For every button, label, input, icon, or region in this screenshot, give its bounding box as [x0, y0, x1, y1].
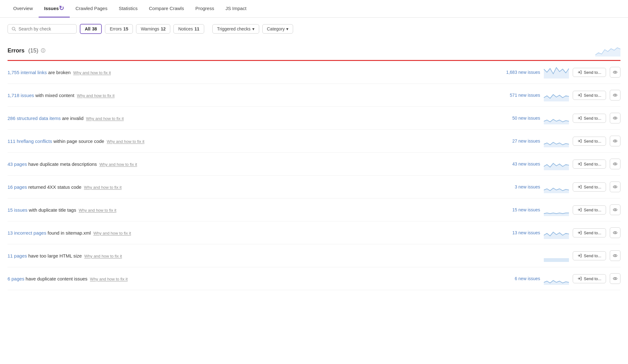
- new-issues-badge-3: 27 new issues: [499, 139, 540, 144]
- svg-point-17: [614, 163, 616, 165]
- triggered-checks-button[interactable]: Triggered checks ▾: [212, 24, 259, 34]
- eye-button-8[interactable]: [610, 250, 620, 261]
- eye-button-0[interactable]: [610, 67, 620, 78]
- send-to-button-3[interactable]: Send to...: [573, 137, 606, 146]
- issue-link-6[interactable]: 15 issues: [8, 207, 27, 213]
- issue-link-9[interactable]: 6 pages: [8, 276, 24, 281]
- send-to-button-0[interactable]: Send to...: [573, 68, 606, 77]
- issue-link-3[interactable]: 111 hreflang conflicts: [8, 139, 52, 144]
- send-to-button-6[interactable]: Send to...: [573, 205, 606, 215]
- table-row: 111 hreflang conflicts within page sourc…: [8, 130, 620, 153]
- svg-point-8: [614, 95, 616, 96]
- issues-list: 1,755 internal links are brokenWhy and h…: [8, 61, 620, 290]
- table-row: 43 pages have duplicate meta description…: [8, 153, 620, 176]
- sparkline-1: [544, 89, 569, 101]
- eye-icon: [613, 253, 618, 258]
- why-link-2[interactable]: Why and how to fix it: [86, 116, 124, 121]
- eye-icon: [613, 184, 618, 189]
- issue-link-7[interactable]: 13 incorrect pages: [8, 230, 46, 236]
- top-navigation: Overview Issues ↺ Crawled Pages Statisti…: [0, 0, 628, 18]
- table-row: 16 pages returned 4XX status codeWhy and…: [8, 176, 620, 198]
- eye-button-3[interactable]: [610, 136, 620, 146]
- eye-button-2[interactable]: [610, 113, 620, 123]
- issue-text-2: 286 structured data items are invalidWhy…: [8, 116, 495, 121]
- why-link-7[interactable]: Why and how to fix it: [93, 231, 131, 236]
- svg-point-20: [614, 186, 616, 187]
- issue-link-0[interactable]: 1,755 internal links: [8, 70, 47, 75]
- share-icon: [577, 185, 582, 189]
- why-link-9[interactable]: Why and how to fix it: [90, 277, 128, 281]
- issue-link-5[interactable]: 16 pages: [8, 184, 27, 190]
- send-to-button-4[interactable]: Send to...: [573, 160, 606, 169]
- share-icon: [577, 162, 582, 166]
- table-row: 11 pages have too large HTML sizeWhy and…: [8, 244, 620, 267]
- refresh-icon: ↺: [59, 4, 64, 12]
- chevron-down-icon: ▾: [286, 26, 288, 31]
- filter-warnings-button[interactable]: Warnings 12: [136, 24, 170, 34]
- new-issues-badge-6: 15 new issues: [499, 207, 540, 212]
- sparkline-2: [544, 112, 569, 124]
- svg-line-1: [15, 30, 16, 31]
- new-issues-badge-0: 1,683 new issues: [499, 70, 540, 75]
- issue-link-4[interactable]: 43 pages: [8, 161, 27, 167]
- issue-text-1: 1,718 issues with mixed contentWhy and h…: [8, 93, 495, 98]
- why-link-6[interactable]: Why and how to fix it: [79, 208, 116, 213]
- issue-text-9: 6 pages have duplicate content issuesWhy…: [8, 276, 495, 281]
- table-row: 1,718 issues with mixed contentWhy and h…: [8, 84, 620, 107]
- why-link-0[interactable]: Why and how to fix it: [73, 70, 111, 75]
- issue-link-8[interactable]: 11 pages: [8, 253, 27, 258]
- issue-text-3: 111 hreflang conflicts within page sourc…: [8, 139, 495, 144]
- send-to-button-9[interactable]: Send to...: [573, 274, 606, 283]
- sparkline-7: [544, 226, 569, 239]
- svg-point-29: [614, 255, 616, 256]
- search-box[interactable]: [8, 24, 77, 34]
- sparkline-0: [544, 66, 569, 79]
- table-row: 15 issues with duplicate title tagsWhy a…: [8, 198, 620, 221]
- eye-button-7[interactable]: [610, 227, 620, 238]
- issue-link-1[interactable]: 1,718 issues: [8, 93, 34, 98]
- filter-errors-button[interactable]: Errors 15: [105, 24, 133, 34]
- filter-all-button[interactable]: All 38: [80, 24, 102, 34]
- send-to-button-5[interactable]: Send to...: [573, 182, 606, 192]
- tab-progress[interactable]: Progress: [190, 0, 220, 18]
- tab-compare-crawls[interactable]: Compare Crawls: [143, 0, 190, 18]
- new-issues-badge-2: 50 new issues: [499, 116, 540, 121]
- issue-link-2[interactable]: 286 structured data items: [8, 116, 61, 121]
- eye-icon: [613, 161, 618, 166]
- issue-text-7: 13 incorrect pages found in sitemap.xmlW…: [8, 230, 495, 236]
- filter-notices-button[interactable]: Notices 11: [173, 24, 204, 34]
- info-icon[interactable]: ⓘ: [41, 48, 45, 54]
- why-link-1[interactable]: Why and how to fix it: [77, 93, 115, 98]
- svg-marker-24: [544, 232, 569, 239]
- tab-js-impact[interactable]: JS Impact: [220, 0, 252, 18]
- tab-issues[interactable]: Issues ↺: [39, 0, 70, 18]
- share-icon: [577, 231, 582, 235]
- send-to-button-7[interactable]: Send to...: [573, 228, 606, 237]
- table-row: 6 pages have duplicate content issuesWhy…: [8, 267, 620, 290]
- why-link-8[interactable]: Why and how to fix it: [84, 254, 122, 258]
- send-to-button-8[interactable]: Send to...: [573, 251, 606, 260]
- share-icon: [577, 116, 582, 120]
- eye-button-5[interactable]: [610, 182, 620, 192]
- why-link-5[interactable]: Why and how to fix it: [84, 185, 122, 190]
- send-to-button-1[interactable]: Send to...: [573, 91, 606, 100]
- sparkline-6: [544, 204, 569, 216]
- tab-statistics[interactable]: Statistics: [113, 0, 143, 18]
- eye-button-9[interactable]: [610, 273, 620, 284]
- why-link-4[interactable]: Why and how to fix it: [99, 162, 137, 167]
- header-sparkline: [595, 44, 620, 57]
- errors-title: Errors (15) ⓘ: [8, 47, 45, 54]
- category-button[interactable]: Category ▾: [262, 24, 293, 34]
- svg-marker-2: [595, 48, 620, 57]
- tab-crawled-pages[interactable]: Crawled Pages: [70, 0, 113, 18]
- svg-point-26: [614, 232, 616, 233]
- why-link-3[interactable]: Why and how to fix it: [107, 139, 145, 144]
- eye-button-6[interactable]: [610, 204, 620, 215]
- tab-overview[interactable]: Overview: [8, 0, 39, 18]
- eye-button-1[interactable]: [610, 90, 620, 101]
- send-to-button-2[interactable]: Send to...: [573, 114, 606, 123]
- search-input[interactable]: [19, 26, 73, 31]
- table-row: 1,755 internal links are brokenWhy and h…: [8, 61, 620, 84]
- eye-button-4[interactable]: [610, 159, 620, 169]
- table-row: 286 structured data items are invalidWhy…: [8, 107, 620, 130]
